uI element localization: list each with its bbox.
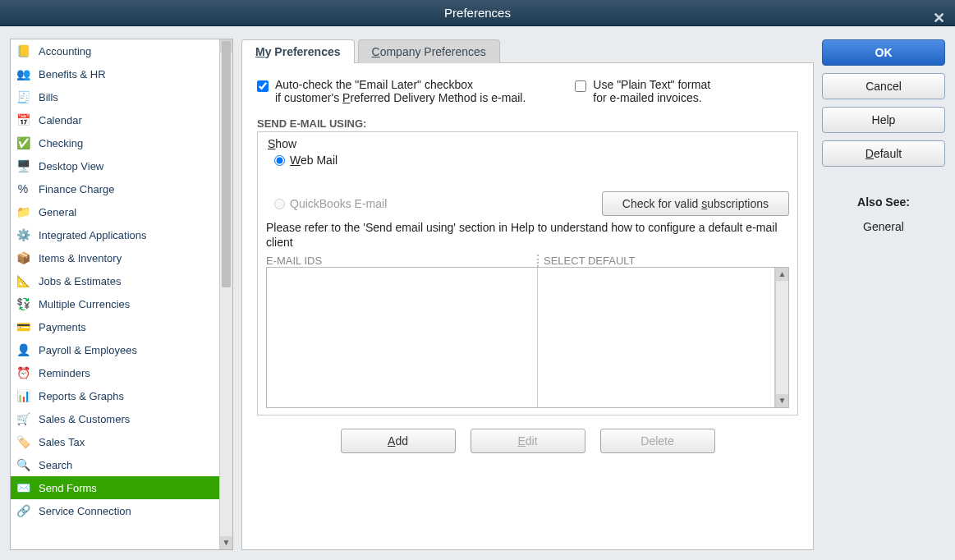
sidebar-item-benefits-hr[interactable]: 👥Benefits & HR [11, 62, 219, 85]
email-list[interactable]: ▲ ▼ [266, 267, 789, 408]
plain-text-check-input[interactable] [575, 80, 586, 92]
multiple-currencies-icon: 💱 [14, 296, 32, 312]
sidebar-item-label: Send Forms [39, 482, 97, 494]
sidebar-item-label: Search [39, 459, 72, 471]
items-inventory-icon: 📦 [14, 250, 32, 266]
calendar-icon: 📅 [14, 112, 32, 128]
send-email-help-text: Please refer to the 'Send email using' s… [266, 221, 789, 250]
plain-text-line2: for e-mailed invoices. [593, 91, 701, 104]
sidebar-item-label: Jobs & Estimates [39, 275, 121, 287]
show-label: Show [268, 137, 789, 150]
sidebar-item-label: Checking [39, 137, 83, 149]
checking-icon: ✅ [14, 135, 32, 151]
sidebar-item-calendar[interactable]: 📅Calendar [11, 108, 219, 131]
sidebar-item-search[interactable]: 🔍Search [11, 453, 219, 476]
radio-qbe-input [274, 199, 285, 209]
plain-text-line1: Use "Plain Text" format [593, 78, 710, 91]
delete-button-label: Delete [640, 434, 673, 448]
dialog-title: Preferences [444, 6, 511, 20]
sidebar-item-label: Finance Charge [39, 183, 115, 195]
sidebar-item-desktop-view[interactable]: 🖥️Desktop View [11, 154, 219, 177]
tab-bar: My Preferences Company Preferences [241, 39, 814, 63]
auto-email-check-input[interactable] [257, 80, 269, 92]
plain-text-checkbox[interactable]: Use "Plain Text" format for e-mailed inv… [575, 78, 710, 104]
radio-web-mail[interactable]: Web Mail [274, 154, 789, 167]
sidebar-item-label: Service Connection [39, 505, 131, 517]
default-button[interactable]: Default [822, 140, 945, 167]
sidebar-item-payments[interactable]: 💳Payments [11, 315, 219, 338]
sidebar-item-sales-tax[interactable]: 🏷️Sales Tax [11, 430, 219, 453]
edit-button[interactable]: Edit [471, 429, 585, 453]
list-scroll-down-icon[interactable]: ▼ [776, 394, 788, 407]
also-see-section: Also See: General [822, 195, 945, 233]
also-see-link-general[interactable]: General [822, 220, 945, 233]
radio-web-mail-input[interactable] [274, 155, 285, 166]
email-list-col1 [267, 268, 538, 407]
sidebar-item-label: Benefits & HR [39, 68, 106, 80]
sidebar-item-accounting[interactable]: 📒Accounting [11, 39, 219, 62]
category-sidebar: 📒Accounting👥Benefits & HR🧾Bills📅Calendar… [10, 39, 233, 550]
check-subscriptions-button[interactable]: Check for valid subscriptions [602, 191, 789, 216]
sidebar-item-payroll-employees[interactable]: 👤Payroll & Employees [11, 338, 219, 361]
sidebar-item-send-forms[interactable]: ✉️Send Forms [11, 476, 219, 499]
sidebar-item-label: Bills [39, 91, 58, 103]
also-see-heading: Also See: [822, 195, 945, 209]
sidebar-item-checking[interactable]: ✅Checking [11, 131, 219, 154]
sidebar-item-reports-graphs[interactable]: 📊Reports & Graphs [11, 384, 219, 407]
tab-company-preferences[interactable]: Company Preferences [358, 39, 500, 63]
sidebar-item-label: Calendar [39, 114, 82, 126]
payments-icon: 💳 [14, 319, 32, 335]
sidebar-item-label: Sales & Customers [39, 413, 130, 425]
sidebar-item-multiple-currencies[interactable]: 💱Multiple Currencies [11, 292, 219, 315]
tab-company-label-rest: ompany Preferences [380, 45, 486, 58]
sidebar-item-integrated-applications[interactable]: ⚙️Integrated Applications [11, 223, 219, 246]
sidebar-item-label: Desktop View [39, 160, 103, 172]
reminders-icon: ⏰ [14, 365, 32, 381]
sidebar-item-bills[interactable]: 🧾Bills [11, 85, 219, 108]
sidebar-item-label: Payments [39, 321, 86, 333]
email-list-scrollbar[interactable]: ▲ ▼ [775, 268, 788, 407]
radio-quickbooks-email: QuickBooks E-mail [274, 197, 387, 210]
radio-web-mail-label: Web Mail [290, 154, 337, 167]
sidebar-item-sales-customers[interactable]: 🛒Sales & Customers [11, 407, 219, 430]
preferences-dialog: Preferences ✕ 📒Accounting👥Benefits & HR🧾… [0, 0, 955, 560]
sidebar-item-service-connection[interactable]: 🔗Service Connection [11, 499, 219, 522]
general-icon: 📁 [14, 204, 32, 220]
email-list-col2 [538, 268, 775, 407]
scroll-thumb[interactable] [222, 41, 231, 287]
list-scroll-up-icon[interactable]: ▲ [776, 268, 788, 281]
sidebar-item-label: General [39, 206, 76, 218]
radio-qbe-label: QuickBooks E-mail [290, 197, 387, 210]
service-connection-icon: 🔗 [14, 503, 32, 519]
auto-email-checkbox[interactable]: Auto-check the "Email Later" checkbox if… [257, 78, 526, 104]
tab-my-label-rest: y Preferences [265, 45, 341, 58]
scroll-down-icon[interactable]: ▼ [220, 536, 232, 549]
sidebar-item-reminders[interactable]: ⏰Reminders [11, 361, 219, 384]
plain-text-label: Use "Plain Text" format for e-mailed inv… [593, 78, 710, 104]
cancel-button[interactable]: Cancel [822, 73, 945, 99]
send-email-heading: SEND E-MAIL USING: [257, 117, 798, 130]
sidebar-item-items-inventory[interactable]: 📦Items & Inventory [11, 246, 219, 269]
delete-button[interactable]: Delete [600, 429, 715, 453]
dialog-titlebar: Preferences ✕ [0, 0, 955, 26]
tab-my-preferences[interactable]: My Preferences [241, 39, 355, 63]
sidebar-scrollbar[interactable]: ▲ ▼ [219, 39, 232, 549]
add-button[interactable]: Add [341, 429, 456, 453]
sidebar-item-general[interactable]: 📁General [11, 200, 219, 223]
reports-graphs-icon: 📊 [14, 388, 32, 404]
col-header-email-ids: E-MAIL IDS [266, 255, 537, 267]
sidebar-item-jobs-estimates[interactable]: 📐Jobs & Estimates [11, 269, 219, 292]
jobs-estimates-icon: 📐 [14, 273, 32, 289]
ok-button[interactable]: OK [822, 39, 945, 66]
sidebar-item-label: Reminders [39, 367, 90, 379]
sales-customers-icon: 🛒 [14, 411, 32, 427]
sidebar-item-label: Integrated Applications [39, 229, 147, 241]
finance-charge-icon: % [14, 181, 32, 197]
desktop-view-icon: 🖥️ [14, 158, 32, 174]
help-button[interactable]: Help [822, 107, 945, 133]
close-icon[interactable]: ✕ [933, 5, 945, 31]
sidebar-item-label: Accounting [39, 45, 91, 57]
sidebar-item-label: Multiple Currencies [39, 298, 130, 310]
sidebar-item-finance-charge[interactable]: %Finance Charge [11, 177, 219, 200]
bills-icon: 🧾 [14, 89, 32, 105]
